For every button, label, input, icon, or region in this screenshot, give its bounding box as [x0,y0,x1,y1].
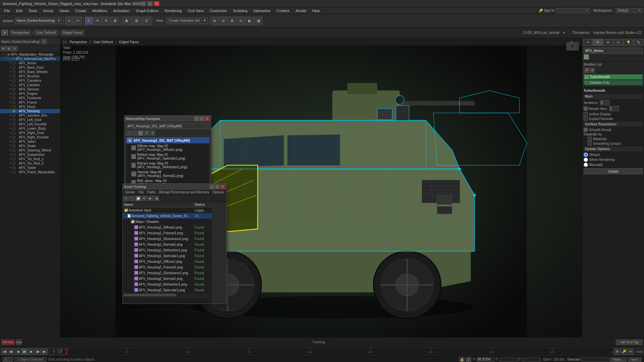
at-row-11[interactable]: 🖼 AFV_Housing2_Glossiness1.png Found [123,270,212,276]
object-name-field[interactable] [584,48,643,54]
menu-arnold[interactable]: Arnold [293,8,309,13]
pb-prev-frame-btn[interactable]: ◀ [15,349,21,355]
maximize-button[interactable]: □ [147,1,153,6]
mat-navigator-search[interactable] [126,123,210,129]
se-item-afv-salon[interactable]: 👁 AFV_Salon [0,139,60,144]
y-coord-field[interactable] [499,357,518,362]
set-k-btn[interactable]: Set K [628,357,641,362]
select-dropdown[interactable]: Name (Sorted Ascending) ▼ [15,17,62,24]
se-item-afv-engine[interactable]: 👁 AFV_Engine [0,92,60,96]
menu-graph-editors[interactable]: Graph Editors [133,8,161,13]
se-expand-btn[interactable]: ⊞ [6,46,12,51]
se-item-afv-right-knuckle[interactable]: 👁 AFV_Right_Knuckle [0,135,60,139]
ts-iterations-field[interactable] [600,100,610,105]
menu-civil-view[interactable]: Civil View [185,8,206,13]
mat-root-node[interactable]: M AFV_Housing1_001_MAT (VRayMtl) [126,137,209,143]
user-defined-btn[interactable]: User Defined [35,30,57,36]
ts-when-rendering-radio[interactable] [584,158,588,162]
scene-explorer-close[interactable]: ✕ [41,39,47,44]
se-filter-btn[interactable]: ▼ [1,46,6,51]
key-mode-btn[interactable]: 🔑 [621,349,627,355]
close-button[interactable]: ✕ [154,1,159,6]
pb-prev-key-btn[interactable]: ◀| [8,349,14,355]
pb-next-key-btn[interactable]: |▶ [35,349,41,355]
se-item-afv-devices[interactable]: 👁 AFV_Devices [0,87,60,92]
mat-navigator-maximize[interactable]: □ [200,116,204,121]
mat-node-normal[interactable]: ▪ Normal: Map #8 (AFV_Housing1_Normal1.p… [126,170,209,178]
set-key-btn[interactable]: Set Key [1,340,15,345]
at-row-10[interactable]: 🖼 AFV_Housing2_Fresnel1.png Found [123,264,212,270]
render-b-btn[interactable]: B [132,17,142,25]
undo-button[interactable]: ↩ [65,17,73,25]
se-item-afv-right-door[interactable]: 👁 AFV_Right_Door [0,131,60,135]
menu-help[interactable]: Help [310,8,323,13]
rp-tab-motion[interactable]: ◎ [613,39,623,46]
minimize-button[interactable]: ─ [141,1,146,6]
move-tool[interactable]: ✛ [94,17,102,25]
se-item-afv-panel-manipulator[interactable]: 👁 AFV_Panel_Manipulator [0,170,60,174]
at-menu-file[interactable]: File [137,190,145,194]
scene-explorer-list[interactable]: 👁 ▶ AFV_Manipulator_Rectangle 👁 ▼ AFV_In… [0,52,60,337]
at-row-4[interactable]: 🖼 AFV_Housing1_Fresnel1.png Found [123,230,212,236]
mat-node-reflect[interactable]: ▪ Reflect map: Map #2 (AFV_Housing1_Spec… [126,152,209,161]
tb-extra-2[interactable]: ⊟ [219,17,227,25]
rp-tab-hierarchy[interactable]: ⊞ [603,39,613,46]
at-row-2[interactable]: 📁 Maps / Shaders [123,219,212,225]
modifier-config-btn[interactable]: ⚙ [590,68,595,73]
menu-tools[interactable]: Tools [26,8,40,13]
at-row-9[interactable]: 🖼 AFV_Housing2_Diffuse1.png Found [123,259,212,264]
object-color-swatch[interactable] [584,54,589,60]
se-item-afv-housing[interactable]: 👁 AFV_Housing [0,109,60,113]
ts-always-radio[interactable] [584,153,588,157]
mat-navigator-minimize[interactable]: ─ [194,116,199,121]
camera-widget[interactable] [566,40,579,54]
se-item-afv-canisters[interactable]: 👁 AFV_Canisters [0,78,60,83]
workspaces-dropdown[interactable]: Default ▼ [616,8,643,13]
ts-render-iters-checkbox[interactable] [584,107,588,111]
se-collapse-btn[interactable]: ⊟ [12,46,17,51]
se-item-afv-tower[interactable]: 👁 AFV_Tower [0,166,60,170]
pb-end-btn[interactable]: ▶| [42,349,48,355]
tb-extra-1[interactable]: ⊞ [211,17,219,25]
modifier-pin-btn[interactable]: 📌 [584,68,589,73]
se-item-afv-frame[interactable]: 👁 AFV_Frame [0,100,60,105]
ts-render-iters-field[interactable] [609,106,619,111]
se-item-afv-international-maxpro[interactable]: 👁 ▼ AFV_International_MaxPro [0,57,60,61]
sign-in-dropdown[interactable]: ▼ [556,8,590,13]
rp-tab-modify[interactable]: ✎ [593,39,603,46]
at-row-5[interactable]: 🖼 AFV_Housing1_Glossiness1.png Found [123,236,212,242]
menu-rendering[interactable]: Rendering [162,8,184,13]
at-expand-btn[interactable]: ▶ [148,196,153,201]
menu-modifiers[interactable]: Modifiers [90,8,110,13]
se-item-afv-manipulator-rectangle[interactable]: 👁 ▶ AFV_Manipulator_Rectangle [0,52,60,57]
se-item-afv-left-knuckle[interactable]: 👁 AFV_Left_Knuckle [0,122,60,126]
menu-group[interactable]: Group [40,8,56,13]
render-c-btn[interactable]: C [142,17,152,25]
edged-faces-btn[interactable]: Edged Faces [61,30,84,36]
menu-views[interactable]: Views [57,8,72,13]
frame-counter[interactable]: 0 / 225 [50,349,65,354]
menu-scripting[interactable]: Scripting [230,8,250,13]
menu-interactive[interactable]: Interactive [251,8,273,13]
se-item-afv-footrests[interactable]: 👁 AFV_Footrests [0,96,60,100]
at-add-btn[interactable]: + [129,196,135,201]
at-row-7[interactable]: 🖼 AFV_Housing1_Refraction1.png Found [123,247,212,253]
mat-navigator-close[interactable]: ✕ [205,116,210,121]
ts-manually-radio[interactable] [584,163,588,167]
se-item-afv-armor[interactable]: 👁 AFV_Armor [0,61,60,65]
at-options-btn[interactable]: ⚙ [142,196,147,201]
at-menu-options[interactable]: Options [212,190,225,194]
tb-extra-3[interactable]: ⊠ [228,17,236,25]
add-time-tag-btn[interactable]: Add Time Tag [616,340,643,345]
redo-button[interactable]: ↪ [74,17,82,25]
at-row-12[interactable]: 🖼 AFV_Housing2_Normal1.png Found [123,276,212,282]
at-row-8[interactable]: 🖼 AFV_Housing1_Specular1.png Found [123,253,212,259]
scale-tool[interactable]: ⊞ [111,17,119,25]
at-row-3[interactable]: 🖼 AFV_Housing1_Diffuse1.png Found [123,225,212,230]
time-config-btn[interactable]: ⚙ [614,349,620,355]
at-refresh-btn[interactable]: ↻ [123,196,129,201]
auto-key-btn[interactable]: Auto [16,340,21,345]
pb-next-frame-btn[interactable]: ▶ [28,349,34,355]
at-row-1[interactable]: 📄 Armored_Fighting_Vehicle_Green_Rigged_… [123,213,212,219]
z-coord-field[interactable] [522,357,540,362]
